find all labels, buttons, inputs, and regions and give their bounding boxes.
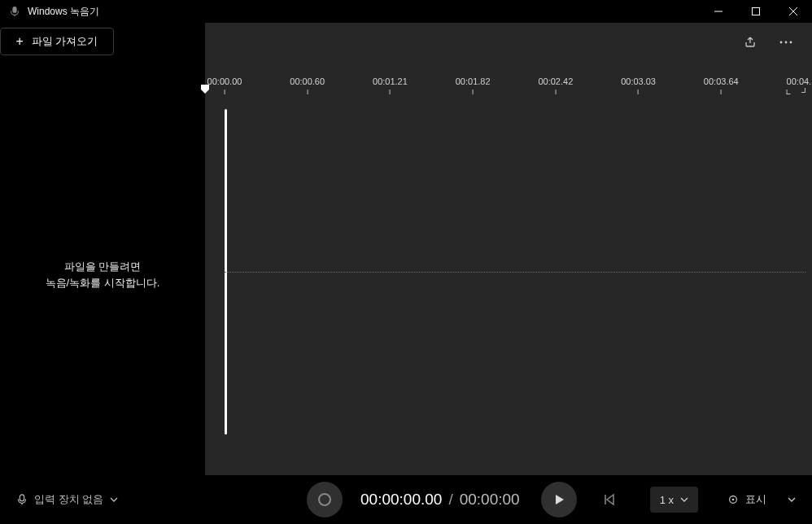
sidebar-empty-message: 파일을 만들려면 녹음/녹화를 시작합니다. <box>0 259 205 290</box>
time-separator: / <box>448 491 452 509</box>
tick-label: 00:01.21 <box>373 76 408 86</box>
timeline-tick: 00:01.21 <box>373 76 408 94</box>
content-toolbar <box>205 23 812 62</box>
bottombar: 입력 장치 없음 00:00:00.00 / 00:00:00 1 x 표시 <box>0 475 812 524</box>
window-controls <box>700 0 812 23</box>
tick-mark <box>390 90 391 94</box>
titlebar: Windows 녹음기 <box>0 0 812 23</box>
tick-label: 00:02.42 <box>538 76 573 86</box>
content: 00:04.2400:03.6400:03.0300:02.4200:01.82… <box>205 23 812 475</box>
tick-mark <box>721 90 722 94</box>
timeline-tick: 00:01.82 <box>456 76 491 94</box>
speed-label: 1 x <box>660 494 674 506</box>
marker-icon <box>727 494 739 505</box>
play-button[interactable] <box>541 482 577 517</box>
import-file-button[interactable]: + 파일 가져오기 <box>0 28 114 55</box>
play-icon <box>552 493 565 506</box>
marker-label: 표시 <box>745 492 766 507</box>
waveform-midline <box>225 272 805 273</box>
svg-point-6 <box>780 41 783 44</box>
svg-rect-9 <box>20 495 24 501</box>
share-button[interactable] <box>737 29 763 55</box>
mic-icon <box>16 494 28 505</box>
timeline-ruler[interactable]: 00:04.2400:03.6400:03.0300:02.4200:01.82… <box>225 76 812 103</box>
tick-label: 00:04.24 <box>787 76 812 86</box>
close-button[interactable] <box>775 0 812 23</box>
plus-icon: + <box>16 35 24 48</box>
chevron-down-icon <box>110 496 118 504</box>
sidebar: + 파일 가져오기 파일을 만들려면 녹음/녹화를 시작합니다. <box>0 23 205 475</box>
svg-point-7 <box>785 41 788 44</box>
ruler-end-marker <box>801 88 805 93</box>
record-button[interactable] <box>307 482 343 517</box>
chevron-down-icon <box>788 496 796 504</box>
marker-dropdown[interactable] <box>781 487 802 513</box>
empty-line-1: 파일을 만들려면 <box>8 259 197 275</box>
tick-mark <box>473 90 474 94</box>
minimize-button[interactable] <box>700 0 737 23</box>
main: + 파일 가져오기 파일을 만들려면 녹음/녹화를 시작합니다. 00:04.2… <box>0 23 812 475</box>
svg-rect-3 <box>753 8 760 15</box>
tick-label: 00:03.03 <box>621 76 656 86</box>
tick-mark <box>638 90 639 94</box>
timeline[interactable]: 00:04.2400:03.6400:03.0300:02.4200:01.82… <box>205 62 812 475</box>
timeline-tick: 00:00.00 <box>207 76 242 94</box>
timeline-tick: 00:04.24 <box>787 76 812 94</box>
chevron-down-icon <box>680 496 688 504</box>
tick-mark <box>787 90 791 94</box>
marker-button[interactable]: 표시 <box>719 487 775 513</box>
playback-speed-dropdown[interactable]: 1 x <box>650 487 698 513</box>
app-icon <box>8 5 21 18</box>
skip-back-icon <box>603 493 616 506</box>
timeline-tick: 00:03.03 <box>621 76 656 94</box>
maximize-button[interactable] <box>737 0 775 23</box>
timeline-tick: 00:00.60 <box>290 76 325 94</box>
tick-label: 00:01.82 <box>456 76 491 86</box>
svg-point-13 <box>732 499 735 501</box>
app-title: Windows 녹음기 <box>28 5 99 19</box>
input-device-label: 입력 장치 없음 <box>34 492 103 507</box>
tick-mark <box>224 90 225 94</box>
svg-point-8 <box>790 41 792 44</box>
tick-label: 00:00.60 <box>290 76 325 86</box>
playhead[interactable] <box>200 85 210 94</box>
more-button[interactable] <box>773 29 799 55</box>
waveform-area[interactable] <box>225 109 812 434</box>
empty-line-2: 녹음/녹화를 시작합니다. <box>8 275 197 291</box>
timeline-tick: 00:03.64 <box>704 76 739 94</box>
skip-back-button[interactable] <box>595 485 624 514</box>
total-time: 00:00:00 <box>460 491 520 509</box>
record-icon <box>318 493 331 506</box>
import-file-label: 파일 가져오기 <box>32 34 98 49</box>
titlebar-left: Windows 녹음기 <box>0 5 99 19</box>
tick-label: 00:03.64 <box>704 76 739 86</box>
input-device-dropdown[interactable]: 입력 장치 없음 <box>10 489 124 510</box>
tick-mark <box>555 90 556 94</box>
svg-rect-0 <box>12 7 16 13</box>
current-time: 00:00:00.00 <box>360 491 442 509</box>
time-display: 00:00:00.00 / 00:00:00 <box>360 491 520 509</box>
timeline-tick: 00:02.42 <box>538 76 573 94</box>
tick-label: 00:00.00 <box>207 76 242 86</box>
tick-mark <box>307 90 308 94</box>
